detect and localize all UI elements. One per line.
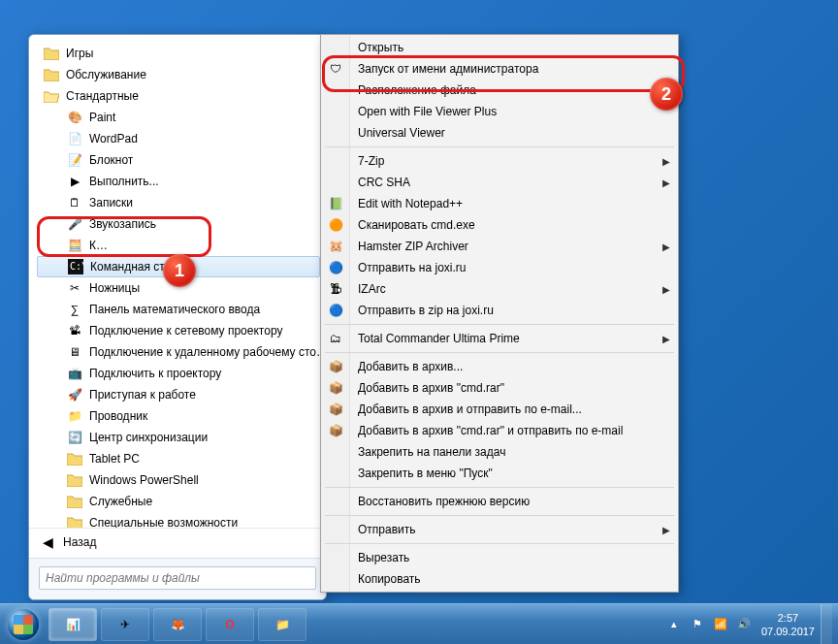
item-sticky-notes[interactable]: 🗒Записки	[37, 192, 320, 213]
context-menu-item[interactable]: 📦Добавить в архив и отправить по e-mail.…	[350, 399, 678, 420]
item-label: Проводник	[89, 409, 147, 423]
menu-separator	[325, 543, 674, 544]
item-paint[interactable]: 🎨Paint	[37, 107, 320, 128]
winrar-icon: 📦	[327, 379, 344, 397]
folder-powershell[interactable]: Windows PowerShell	[37, 469, 320, 491]
item-network-projector[interactable]: 📽Подключение к сетевому проектору	[37, 320, 320, 341]
context-menu-item[interactable]: 📦Добавить в архив...	[350, 356, 678, 377]
volume-icon[interactable]: 🔊	[735, 618, 753, 630]
context-menu-item[interactable]: 🛡Запуск от имени администратора	[350, 58, 678, 80]
item-math-input[interactable]: ∑Панель математического ввода	[37, 299, 320, 320]
sticky-notes-icon: 🗒	[66, 194, 83, 211]
context-menu-item[interactable]: 7-Zip▶	[350, 150, 678, 172]
folder-icon	[43, 66, 60, 83]
item-wordpad[interactable]: 📄WordPad	[37, 128, 320, 149]
taskbar-app-opera[interactable]: O	[206, 608, 254, 641]
firefox-icon: 🦊	[171, 618, 185, 631]
getting-started-icon: 🚀	[66, 386, 83, 403]
context-menu-item[interactable]: 📗Edit with Notepad++	[350, 193, 678, 214]
folder-label: Игры	[66, 47, 93, 60]
clock-time: 2:57	[761, 611, 815, 625]
context-menu-item[interactable]: 📦Добавить в архив "cmd.rar"	[350, 377, 678, 399]
folder-maintenance[interactable]: Обслуживание	[37, 64, 320, 85]
context-menu-item[interactable]: Восстановить прежнюю версию	[350, 491, 678, 512]
taskbar-app-taskmgr[interactable]: 📊	[48, 608, 97, 641]
taskmgr-icon: 📊	[66, 618, 81, 631]
taskbar-app-telegram[interactable]: ✈	[101, 608, 149, 641]
item-notepad[interactable]: 📝Блокнот	[37, 149, 320, 171]
context-menu-item[interactable]: Отправить▶	[350, 519, 678, 540]
folder-icon	[66, 450, 83, 467]
calculator-icon: 🧮	[66, 237, 83, 254]
paint-icon: 🎨	[66, 109, 83, 126]
taskbar-clock[interactable]: 2:57 07.09.2017	[761, 611, 815, 638]
back-button[interactable]: ◀ Назад	[29, 528, 326, 558]
item-label: Подключить к проектору	[89, 367, 221, 380]
folder-system-tools[interactable]: Служебные	[37, 491, 320, 512]
folder-label: Специальные возможности	[89, 516, 238, 528]
submenu-arrow-icon: ▶	[662, 284, 678, 295]
menu-separator	[325, 515, 674, 516]
action-center-flag-icon[interactable]: ⚑	[689, 618, 706, 630]
item-run[interactable]: ▶Выполнить...	[37, 171, 320, 192]
context-menu-item[interactable]: Расположение файла	[350, 80, 678, 101]
menu-item-label: Запуск от имени администратора	[354, 62, 678, 76]
context-menu-item[interactable]: 🗜IZArc▶	[350, 278, 678, 300]
item-getting-started[interactable]: 🚀Приступая к работе	[37, 384, 320, 405]
item-snipping-tool[interactable]: ✂Ножницы	[37, 277, 320, 299]
context-menu-item[interactable]: Open with File Viewer Plus	[350, 101, 678, 122]
item-sync-center[interactable]: 🔄Центр синхронизации	[37, 427, 320, 448]
folder-tablet-pc[interactable]: Tablet PC	[37, 448, 320, 469]
taskbar-app-explorer[interactable]: 📁	[258, 608, 306, 641]
menu-item-label: Закрепить в меню "Пуск"	[354, 467, 678, 480]
item-remote-desktop[interactable]: 🖥Подключение к удаленному рабочему сто…	[37, 341, 320, 363]
context-menu-item[interactable]: Вырезать	[350, 547, 678, 568]
folder-label: Служебные	[89, 495, 152, 508]
folder-games[interactable]: Игры	[37, 43, 320, 64]
wordpad-icon: 📄	[66, 130, 83, 147]
tray-chevron-icon[interactable]: ▴	[665, 618, 683, 630]
folder-accessories[interactable]: Стандартные	[37, 85, 320, 107]
context-menu-item[interactable]: 🗂Total Commander Ultima Prime▶	[350, 328, 678, 349]
context-menu-item[interactable]: 🔵Отправить на joxi.ru	[350, 257, 678, 278]
hamster-icon: 🐹	[327, 238, 344, 255]
search-input[interactable]	[39, 566, 316, 590]
item-label: Звукозапись	[89, 217, 156, 231]
item-sound-recorder[interactable]: 🎤Звукозапись	[37, 213, 320, 235]
sync-center-icon: 🔄	[66, 429, 83, 446]
item-explorer[interactable]: 📁Проводник	[37, 405, 320, 427]
start-button[interactable]	[0, 604, 47, 645]
back-label: Назад	[63, 535, 96, 549]
item-command-prompt[interactable]: C:\Командная строка	[37, 256, 320, 277]
menu-item-label: Universal Viewer	[354, 126, 678, 140]
winrar-icon: 📦	[327, 422, 344, 439]
context-menu-item[interactable]: 🐹Hamster ZIP Archiver▶	[350, 236, 678, 257]
context-menu-item[interactable]: Закрепить в меню "Пуск"	[350, 463, 678, 484]
menu-item-label: IZArc	[354, 282, 662, 296]
submenu-arrow-icon: ▶	[662, 525, 678, 535]
start-menu-programs-tree[interactable]: Игры Обслуживание Стандартные 🎨Paint 📄Wo…	[29, 35, 326, 528]
menu-item-label: Добавить в архив "cmd.rar" и отправить п…	[354, 424, 678, 437]
item-connect-projector[interactable]: 📺Подключить к проектору	[37, 363, 320, 384]
context-menu-item[interactable]: Закрепить на панели задач	[350, 441, 678, 463]
item-label: Ножницы	[89, 281, 140, 295]
windows-orb-icon	[8, 609, 39, 640]
context-menu-item[interactable]: 🟠Сканировать cmd.exe	[350, 214, 678, 236]
context-menu-item[interactable]: CRC SHA▶	[350, 172, 678, 193]
context-menu-item[interactable]: Universal Viewer	[350, 122, 678, 144]
context-menu-item[interactable]: Открыть	[350, 37, 678, 58]
network-icon[interactable]: 📶	[712, 618, 729, 630]
taskbar-app-firefox[interactable]: 🦊	[153, 608, 202, 641]
menu-item-label: Отправить в zip на joxi.ru	[354, 304, 678, 317]
context-menu-item[interactable]: 🔵Отправить в zip на joxi.ru	[350, 300, 678, 321]
show-desktop-button[interactable]	[821, 604, 832, 645]
context-menu-item[interactable]: 📦Добавить в архив "cmd.rar" и отправить …	[350, 420, 678, 441]
folder-accessibility[interactable]: Специальные возможности	[37, 512, 320, 528]
menu-separator	[325, 352, 674, 353]
item-label: Центр синхронизации	[89, 431, 208, 444]
context-menu: Открыть🛡Запуск от имени администратораРа…	[320, 34, 679, 593]
item-calculator[interactable]: 🧮К…	[37, 235, 320, 256]
menu-item-label: Копировать	[354, 572, 678, 586]
context-menu-item[interactable]: Копировать	[350, 568, 678, 590]
projector-icon: 📺	[66, 365, 83, 382]
